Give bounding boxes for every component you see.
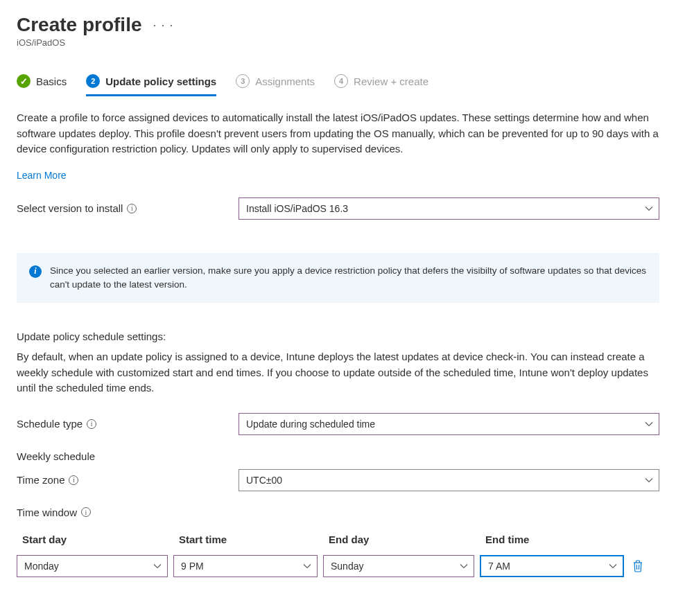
chevron-down-icon — [645, 421, 653, 427]
chevron-down-icon — [460, 563, 468, 569]
step-assignments[interactable]: 3 Assignments — [236, 74, 315, 95]
learn-more-link[interactable]: Learn More — [17, 170, 67, 181]
chevron-down-icon — [645, 477, 653, 483]
time-window-table: Start day Start time End day End time Mo… — [17, 534, 659, 577]
info-banner: i Since you selected an earlier version,… — [17, 253, 659, 303]
delete-row-icon[interactable] — [631, 559, 645, 573]
chevron-down-icon — [303, 563, 311, 569]
schedule-type-select[interactable]: Update during scheduled time — [239, 413, 659, 435]
schedule-type-value: Update during scheduled time — [246, 419, 375, 430]
timezone-label: Time zone — [17, 474, 64, 486]
step-update-policy-settings[interactable]: 2 Update policy settings — [86, 74, 216, 95]
col-start-day: Start day — [22, 534, 173, 545]
info-icon[interactable]: i — [87, 419, 96, 429]
schedule-heading: Update policy schedule settings: — [17, 331, 659, 342]
start-day-select[interactable]: Monday — [17, 555, 168, 577]
weekly-schedule-heading: Weekly schedule — [17, 450, 659, 462]
page-title: Create profile — [17, 14, 142, 36]
step-number-icon: 3 — [236, 74, 250, 88]
info-icon[interactable]: i — [127, 204, 137, 213]
step-basics[interactable]: ✓ Basics — [17, 74, 67, 95]
info-icon[interactable]: i — [81, 507, 91, 517]
check-icon: ✓ — [17, 74, 31, 88]
end-day-select[interactable]: Sunday — [323, 555, 474, 577]
chevron-down-icon — [153, 563, 162, 569]
more-icon[interactable]: · · · — [153, 18, 174, 33]
page-subtitle: iOS/iPadOS — [17, 37, 659, 48]
step-review-create[interactable]: 4 Review + create — [334, 74, 428, 95]
col-end-time: End time — [485, 534, 630, 545]
schedule-type-label: Schedule type — [17, 418, 83, 430]
end-time-select[interactable]: 7 AM — [480, 555, 624, 577]
start-day-value: Monday — [24, 561, 59, 572]
chevron-down-icon — [609, 563, 617, 569]
wizard-steps: ✓ Basics 2 Update policy settings 3 Assi… — [17, 74, 659, 95]
step-label: Basics — [36, 76, 67, 87]
start-time-value: 9 PM — [181, 561, 204, 572]
col-start-time: Start time — [179, 534, 323, 545]
chevron-down-icon — [645, 206, 653, 211]
page-description: Create a profile to force assigned devic… — [17, 110, 659, 157]
step-label: Review + create — [354, 76, 428, 87]
col-end-day: End day — [329, 534, 480, 545]
schedule-description: By default, when an update policy is ass… — [17, 349, 659, 396]
banner-text: Since you selected an earlier version, m… — [50, 264, 647, 292]
end-time-value: 7 AM — [488, 561, 510, 572]
timezone-select[interactable]: UTC±00 — [239, 469, 659, 491]
end-day-value: Sunday — [331, 561, 363, 572]
start-time-select[interactable]: 9 PM — [173, 555, 318, 577]
step-number-icon: 2 — [86, 74, 100, 88]
step-label: Update policy settings — [105, 76, 216, 87]
version-label: Select version to install — [17, 202, 123, 214]
info-icon[interactable]: i — [69, 475, 78, 485]
info-badge-icon: i — [29, 265, 42, 278]
version-select-value: Install iOS/iPadOS 16.3 — [246, 203, 348, 214]
step-label: Assignments — [255, 76, 315, 87]
version-select[interactable]: Install iOS/iPadOS 16.3 — [239, 197, 659, 220]
step-number-icon: 4 — [334, 74, 348, 88]
time-window-label: Time window — [17, 507, 77, 518]
timezone-value: UTC±00 — [246, 475, 282, 486]
time-window-row: Monday 9 PM Sunday — [17, 555, 659, 577]
